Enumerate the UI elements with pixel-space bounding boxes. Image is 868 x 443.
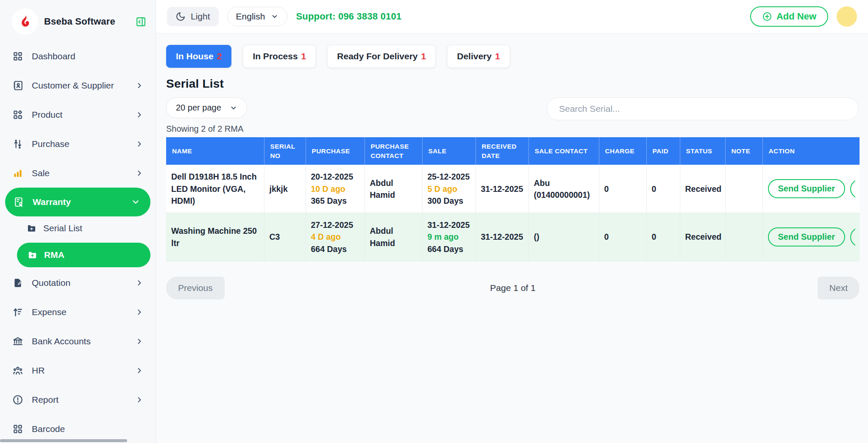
sidebar-item-label: Serial List [43,223,82,233]
purchase-date: 20-12-2025 [311,171,359,183]
secondary-action-button-partial[interactable] [850,227,855,247]
tab-in-house[interactable]: In House 2 [166,45,231,68]
tab-count-badge: 1 [421,51,426,61]
secondary-action-button-partial[interactable] [850,179,855,199]
sidebar-item-report[interactable]: Report [0,385,156,414]
column-header: NAME [166,137,264,165]
tab-label: In House [176,51,214,61]
search-input[interactable] [547,97,859,120]
product-icon [12,109,23,120]
purchase-ago: 4 D ago [311,231,359,243]
cell-note [725,213,762,261]
sidebar-item-purchase[interactable]: Purchase [0,129,156,158]
column-header: STATUS [680,137,725,165]
tab-in-process[interactable]: In Process 1 [243,45,316,68]
report-icon [12,394,23,405]
sidebar-item-label: Report [32,395,127,405]
per-page-value: 20 per page [176,103,221,113]
cell-serial-no: jkkjk [264,165,306,213]
flame-logo-icon [17,14,33,29]
cell-received-date: 31-12-2025 [476,213,529,261]
purchase-days: 664 Days [311,243,359,255]
support-phone: Support: 096 3838 0101 [296,11,401,22]
sidebar-item-warranty[interactable]: Warranty [5,188,150,216]
avatar[interactable] [837,6,857,27]
sidebar-item-sale[interactable]: Sale [0,158,156,188]
sidebar-item-dashboard[interactable]: Dashboard [0,42,156,71]
sidebar-item-label: Sale [32,168,127,178]
per-page-select[interactable]: 20 per page [166,97,247,118]
language-select[interactable]: English [227,7,288,26]
cell-paid: 0 [646,213,680,261]
previous-page-button[interactable]: Previous [166,277,225,299]
theme-toggle-label: Light [191,11,210,22]
sidebar-item-label: Product [32,110,127,120]
chevron-down-icon [131,197,140,207]
purchase-days: 365 Days [311,195,359,207]
cell-purchase: 20-12-2025 10 D ago 365 Days [306,165,364,213]
cell-purchase-contact: Abdul Hamid [364,213,422,261]
sidebar-collapse-icon[interactable] [136,17,146,27]
sidebar-item-hr[interactable]: HR [0,356,156,385]
cell-status: Received [680,213,725,261]
warranty-icon [13,197,24,208]
brand-logo [12,8,38,35]
quotation-icon [12,277,23,288]
list-controls: 20 per page [166,97,859,120]
sidebar-item-label: Expense [32,307,127,317]
tab-label: Ready For Delivery [337,51,417,61]
purchase-ago: 10 D ago [311,183,359,195]
next-page-button[interactable]: Next [818,277,860,299]
customer-supplier-icon [12,80,23,91]
cell-received-date: 31-12-2025 [476,165,529,213]
sidebar-item-label: Bank Accounts [32,336,127,346]
cell-paid: 0 [646,165,680,213]
page-info: Page 1 of 1 [490,283,535,293]
sidebar-item-label: RMA [44,250,64,260]
folder-plus-icon [26,223,36,233]
sidebar-item-product[interactable]: Product [0,100,156,129]
dashboard-icon [12,50,23,62]
chevron-right-icon [135,366,144,375]
sidebar-item-quotation[interactable]: Quotation [0,268,156,297]
topbar: Light English Support: 096 3838 0101 Add… [156,0,868,33]
sidebar-item-bank-accounts[interactable]: Bank Accounts [0,327,156,356]
sidebar-item-barcode[interactable]: Barcode [0,414,156,443]
language-value: English [236,11,265,22]
sidebar-item-label: Dashboard [32,51,144,61]
cell-purchase-contact: Abdul Hamid [364,165,422,213]
send-supplier-button[interactable]: Send Supplier [768,227,845,246]
showing-count: Showing 2 of 2 RMA [166,124,859,134]
purchase-date: 27-12-2025 [311,219,359,231]
sale-days: 300 Days [428,195,470,207]
horizontal-scrollbar-thumb[interactable] [0,439,127,442]
sidebar-item-expense[interactable]: Expense [0,297,156,327]
column-header: RECEIVED DATE [476,137,529,165]
brand-name: Bseba Software [44,16,130,27]
sidebar-item-rma[interactable]: RMA [17,243,150,267]
send-supplier-button[interactable]: Send Supplier [768,179,845,198]
rma-table: NAME SERIAL NO PURCHASE PURCHASE CONTACT… [166,137,860,261]
cell-note [725,165,762,213]
plus-circle-icon [762,11,772,22]
barcode-icon [12,423,23,435]
moon-icon [175,11,186,22]
chevron-right-icon [135,279,144,287]
sidebar-item-customer-supplier[interactable]: Customer & Supplier [0,71,156,100]
chevron-right-icon [135,111,144,119]
tab-delivery[interactable]: Delivery 1 [447,45,509,68]
column-header: SALE CONTACT [529,137,599,165]
sidebar-item-label: HR [32,365,127,376]
add-new-button[interactable]: Add New [750,6,828,27]
sale-date: 31-12-2025 [428,220,470,230]
cell-name: Dell D1918H 18.5 Inch LED Monitor (VGA, … [166,165,264,213]
theme-toggle-button[interactable]: Light [167,7,219,26]
expense-icon [12,306,23,318]
tab-ready-for-delivery[interactable]: Ready For Delivery 1 [327,45,436,68]
chevron-right-icon [135,140,144,148]
column-header: ACTION [762,137,860,165]
sidebar-item-serial-list[interactable]: Serial List [0,216,156,240]
cell-sale-contact: Abu (01400000001) [529,165,599,213]
sidebar-item-label: Customer & Supplier [32,80,127,91]
cell-action: Send Supplier [762,213,860,261]
